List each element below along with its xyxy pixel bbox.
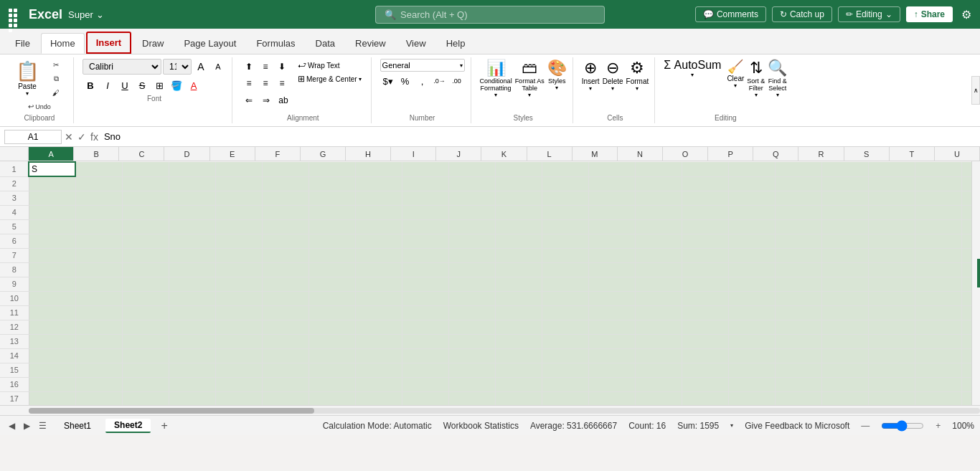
cell[interactable] bbox=[588, 348, 635, 363]
confirm-formula-button[interactable]: ✓ bbox=[77, 131, 86, 143]
waffle-icon[interactable] bbox=[6, 6, 23, 23]
cell[interactable] bbox=[682, 176, 728, 191]
cell[interactable] bbox=[821, 391, 868, 405]
cell[interactable] bbox=[402, 248, 448, 262]
comma-button[interactable]: , bbox=[415, 73, 430, 89]
cell[interactable] bbox=[682, 219, 728, 234]
cell-styles-button[interactable]: 🎨 Styles ▾ bbox=[547, 59, 567, 98]
next-sheet-button[interactable]: ▶ bbox=[21, 419, 33, 432]
cell[interactable] bbox=[169, 320, 215, 334]
cell[interactable] bbox=[868, 377, 915, 391]
cell[interactable] bbox=[961, 205, 971, 219]
cell[interactable] bbox=[29, 248, 75, 262]
column-header-D[interactable]: D bbox=[164, 147, 209, 161]
cell[interactable] bbox=[75, 191, 122, 205]
feedback-button[interactable]: Give Feedback to Microsoft bbox=[745, 421, 849, 431]
cell[interactable] bbox=[868, 291, 915, 305]
cell[interactable] bbox=[821, 291, 868, 305]
cell[interactable] bbox=[169, 176, 215, 191]
cell[interactable] bbox=[402, 377, 448, 391]
cell[interactable] bbox=[961, 234, 971, 248]
cell[interactable] bbox=[682, 191, 728, 205]
cell[interactable] bbox=[775, 262, 821, 277]
column-header-K[interactable]: K bbox=[481, 147, 527, 161]
cell[interactable] bbox=[75, 277, 122, 291]
cell[interactable] bbox=[75, 334, 122, 348]
ribbon-collapse-button[interactable]: ∧ bbox=[971, 76, 980, 105]
vertical-scrollbar[interactable] bbox=[971, 161, 980, 405]
cell[interactable] bbox=[262, 219, 308, 234]
cell[interactable] bbox=[448, 348, 495, 363]
cell[interactable] bbox=[122, 348, 169, 363]
cell[interactable] bbox=[308, 162, 355, 176]
cell[interactable] bbox=[588, 162, 635, 176]
comments-button[interactable]: 💬 Comments bbox=[695, 6, 766, 22]
tab-home[interactable]: Home bbox=[41, 33, 85, 54]
cell[interactable] bbox=[448, 377, 495, 391]
cell[interactable] bbox=[495, 162, 542, 176]
cell[interactable] bbox=[961, 305, 971, 320]
cell[interactable] bbox=[169, 391, 215, 405]
cell[interactable] bbox=[915, 334, 961, 348]
column-header-T[interactable]: T bbox=[890, 147, 935, 161]
row-number-3[interactable]: 3 bbox=[0, 191, 29, 205]
cell[interactable] bbox=[915, 363, 961, 377]
column-header-C[interactable]: C bbox=[119, 147, 164, 161]
cell[interactable] bbox=[29, 391, 75, 405]
conditional-dropdown[interactable]: ▾ bbox=[494, 92, 497, 98]
cell[interactable] bbox=[169, 219, 215, 234]
cell[interactable] bbox=[308, 377, 355, 391]
cell[interactable] bbox=[215, 219, 262, 234]
cell[interactable] bbox=[495, 363, 542, 377]
cell[interactable] bbox=[961, 377, 971, 391]
cell[interactable] bbox=[915, 219, 961, 234]
h-scroll-thumb[interactable] bbox=[29, 408, 314, 414]
cell[interactable] bbox=[355, 162, 402, 176]
cell[interactable] bbox=[915, 320, 961, 334]
cell[interactable] bbox=[402, 348, 448, 363]
cell[interactable] bbox=[29, 191, 75, 205]
cell[interactable] bbox=[262, 176, 308, 191]
cell[interactable] bbox=[682, 248, 728, 262]
cell[interactable] bbox=[682, 162, 728, 176]
align-middle-button[interactable]: ≡ bbox=[258, 59, 273, 75]
cell[interactable] bbox=[262, 277, 308, 291]
cell[interactable] bbox=[961, 334, 971, 348]
cell[interactable] bbox=[775, 377, 821, 391]
cell[interactable] bbox=[495, 291, 542, 305]
tab-data[interactable]: Data bbox=[306, 33, 344, 54]
cell[interactable] bbox=[915, 377, 961, 391]
cell[interactable] bbox=[728, 291, 775, 305]
column-header-P[interactable]: P bbox=[708, 147, 753, 161]
sum-dropdown[interactable]: ▾ bbox=[730, 422, 733, 429]
cell[interactable] bbox=[635, 377, 682, 391]
column-header-N[interactable]: N bbox=[618, 147, 663, 161]
cell[interactable] bbox=[262, 348, 308, 363]
cell[interactable] bbox=[775, 205, 821, 219]
decrease-indent-button[interactable]: ⇐ bbox=[241, 92, 257, 108]
prev-sheet-button[interactable]: ◀ bbox=[6, 419, 18, 432]
format-as-table-button[interactable]: 🗃 Format AsTable ▾ bbox=[515, 59, 545, 98]
cell[interactable] bbox=[542, 205, 588, 219]
column-header-O[interactable]: O bbox=[663, 147, 708, 161]
cell[interactable] bbox=[868, 205, 915, 219]
cell[interactable]: S bbox=[29, 162, 75, 176]
insert-function-button[interactable]: fx bbox=[90, 131, 98, 143]
cell[interactable] bbox=[495, 348, 542, 363]
cell[interactable] bbox=[262, 234, 308, 248]
cell[interactable] bbox=[355, 262, 402, 277]
cell[interactable] bbox=[542, 219, 588, 234]
column-header-I[interactable]: I bbox=[391, 147, 436, 161]
cell[interactable] bbox=[542, 262, 588, 277]
select-all-button[interactable] bbox=[0, 147, 29, 161]
cell[interactable] bbox=[262, 334, 308, 348]
cell[interactable] bbox=[402, 162, 448, 176]
cell[interactable] bbox=[169, 191, 215, 205]
cell[interactable] bbox=[308, 176, 355, 191]
cell[interactable] bbox=[542, 277, 588, 291]
clear-dropdown[interactable]: ▾ bbox=[734, 82, 737, 89]
sheet-body[interactable]: 1S23456789101112131415161718 bbox=[0, 161, 971, 405]
cell[interactable] bbox=[355, 291, 402, 305]
cell[interactable] bbox=[122, 277, 169, 291]
cell[interactable] bbox=[169, 348, 215, 363]
